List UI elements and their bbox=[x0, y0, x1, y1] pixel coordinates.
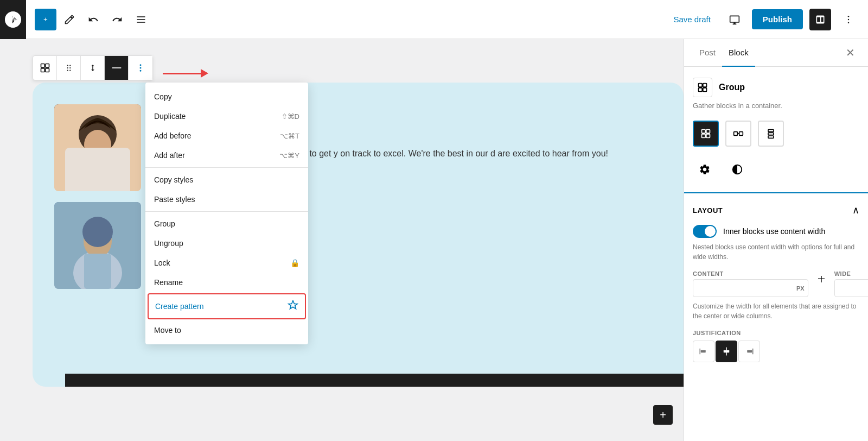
ellipsis-vertical-icon bbox=[843, 14, 854, 25]
menu-item-create-pattern[interactable]: Create pattern bbox=[148, 293, 306, 319]
wide-width-input[interactable] bbox=[835, 280, 868, 297]
svg-rect-44 bbox=[768, 136, 774, 138]
redo-button[interactable] bbox=[106, 9, 128, 30]
person-1-svg bbox=[54, 104, 141, 191]
wide-width-input-row: PX bbox=[834, 279, 868, 297]
width-inputs-row: CONTENT PX WIDE PX bbox=[693, 270, 859, 297]
list-view-button[interactable] bbox=[130, 9, 152, 30]
svg-rect-11 bbox=[45, 68, 49, 72]
photos-column bbox=[54, 104, 141, 289]
svg-rect-42 bbox=[768, 130, 774, 132]
blue-separator bbox=[684, 192, 868, 193]
panel-body: Group Gather blocks in a container. bbox=[684, 67, 868, 373]
svg-point-29 bbox=[82, 217, 113, 247]
svg-point-16 bbox=[67, 70, 68, 71]
person-2-svg bbox=[54, 202, 141, 289]
svg-point-19 bbox=[140, 64, 142, 66]
panel-close-button[interactable]: ✕ bbox=[841, 42, 859, 64]
inner-blocks-toggle[interactable] bbox=[693, 225, 717, 238]
top-bar: W + Save draft bbox=[0, 0, 868, 39]
style-option-row[interactable] bbox=[725, 121, 751, 147]
content-width-label: CONTENT bbox=[693, 270, 808, 277]
block-title: Group bbox=[719, 83, 745, 92]
pattern-icon bbox=[288, 300, 298, 313]
just-right-btn[interactable] bbox=[738, 341, 760, 362]
editor-toolbar-left: + bbox=[35, 9, 152, 30]
style-action-btn[interactable] bbox=[725, 158, 749, 181]
menu-item-ungroup[interactable]: Ungroup bbox=[145, 234, 308, 253]
svg-point-24 bbox=[73, 153, 122, 191]
svg-rect-46 bbox=[821, 276, 821, 282]
svg-point-20 bbox=[140, 67, 142, 69]
arrow-head bbox=[201, 69, 208, 78]
editor-area: Copy Duplicate ⇧⌘D Add before ⌥⌘T Add af… bbox=[0, 39, 684, 441]
block-description: Gather blocks in a container. bbox=[693, 102, 859, 110]
just-center-btn[interactable] bbox=[716, 341, 737, 362]
content-width-field: CONTENT PX bbox=[693, 270, 808, 297]
svg-rect-52 bbox=[724, 350, 730, 353]
menu-item-paste-styles[interactable]: Paste styles bbox=[145, 190, 308, 209]
content-width-reset-btn[interactable] bbox=[817, 270, 826, 288]
svg-rect-43 bbox=[768, 133, 774, 135]
content-width-input[interactable] bbox=[693, 280, 793, 297]
tab-post[interactable]: Post bbox=[693, 39, 722, 67]
menu-item-copy[interactable]: Copy bbox=[145, 87, 308, 106]
plus-icon-bottom: + bbox=[660, 409, 666, 421]
menu-item-group[interactable]: Group bbox=[145, 214, 308, 234]
svg-rect-35 bbox=[702, 130, 706, 134]
just-options-container bbox=[693, 341, 760, 362]
toggle-row: Inner blocks use content width bbox=[693, 225, 859, 238]
settings-sidebar-button[interactable] bbox=[809, 9, 831, 30]
toggle-label: Inner blocks use content width bbox=[723, 227, 825, 236]
svg-point-7 bbox=[848, 22, 850, 23]
svg-rect-50 bbox=[701, 350, 706, 353]
menu-item-duplicate[interactable]: Duplicate ⇧⌘D bbox=[145, 106, 308, 126]
person-photo-2 bbox=[54, 202, 141, 289]
arrow-line bbox=[163, 73, 201, 74]
menu-item-add-after[interactable]: Add after ⌥⌘Y bbox=[145, 146, 308, 165]
menu-item-add-before[interactable]: Add before ⌥⌘T bbox=[145, 126, 308, 146]
svg-text:W: W bbox=[9, 15, 18, 24]
drag-handle-btn[interactable] bbox=[57, 56, 81, 80]
style-option-default[interactable] bbox=[693, 121, 719, 147]
separator-btn[interactable] bbox=[105, 56, 129, 80]
justification-label: JUSTIFICATION bbox=[693, 330, 859, 336]
menu-item-lock[interactable]: Lock 🔒 bbox=[145, 253, 308, 273]
menu-item-rename[interactable]: Rename bbox=[145, 273, 308, 292]
justify-center-icon bbox=[722, 346, 731, 356]
more-block-options-btn[interactable] bbox=[129, 56, 152, 80]
drag-icon bbox=[64, 63, 74, 73]
group-block-icon bbox=[40, 62, 50, 73]
just-left-btn[interactable] bbox=[693, 341, 714, 362]
undo-button[interactable] bbox=[82, 9, 104, 30]
add-block-toolbar-button[interactable]: + bbox=[35, 9, 56, 30]
settings-action-btn[interactable] bbox=[693, 158, 717, 181]
svg-rect-30 bbox=[84, 254, 111, 289]
preview-button[interactable] bbox=[724, 9, 745, 30]
move-up-down-btn[interactable] bbox=[81, 56, 105, 80]
group-icon bbox=[697, 82, 708, 93]
menu-item-move-to[interactable]: Move to bbox=[145, 320, 308, 340]
group-icon-btn[interactable] bbox=[33, 56, 57, 80]
svg-point-5 bbox=[848, 15, 850, 17]
svg-rect-38 bbox=[706, 134, 710, 138]
layout-collapse-btn[interactable]: ∧ bbox=[852, 204, 859, 216]
menu-item-copy-styles[interactable]: Copy styles bbox=[145, 170, 308, 190]
justification-options bbox=[693, 341, 859, 362]
toggle-knob bbox=[705, 226, 716, 237]
publish-button[interactable]: Publish bbox=[752, 9, 803, 29]
svg-point-17 bbox=[69, 70, 71, 71]
svg-point-15 bbox=[69, 67, 71, 68]
svg-rect-9 bbox=[45, 64, 49, 68]
more-options-button[interactable] bbox=[838, 9, 859, 30]
block-style-options bbox=[693, 121, 859, 147]
svg-rect-32 bbox=[703, 84, 707, 87]
style-option-stack[interactable] bbox=[758, 121, 784, 147]
save-draft-button[interactable]: Save draft bbox=[667, 10, 717, 28]
add-block-bottom-button[interactable]: + bbox=[653, 405, 673, 425]
tab-block[interactable]: Block bbox=[722, 39, 755, 67]
main-layout: Copy Duplicate ⇧⌘D Add before ⌥⌘T Add af… bbox=[0, 39, 868, 441]
content-px-unit: PX bbox=[793, 281, 808, 296]
svg-point-25 bbox=[84, 130, 111, 160]
tools-button[interactable] bbox=[59, 9, 80, 30]
